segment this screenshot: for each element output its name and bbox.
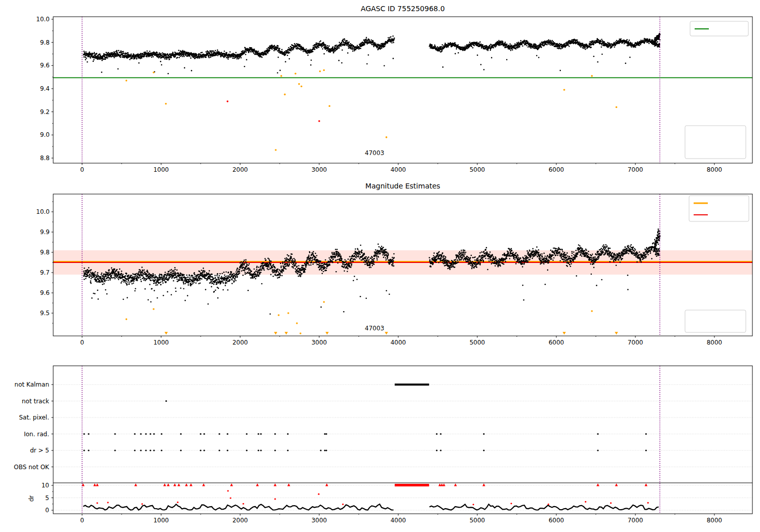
svg-text:9.7: 9.7	[40, 269, 50, 276]
dr-red-cluster	[395, 484, 429, 486]
top-plot: 4700301000200030004000500060007000800010…	[36, 5, 752, 173]
flag-row-label: Sat. pixel.	[19, 414, 49, 421]
clipped-low-marker	[325, 332, 328, 335]
svg-text:4000: 4000	[391, 339, 406, 346]
clipped-low-marker	[562, 332, 565, 335]
svg-text:5000: 5000	[470, 166, 485, 173]
svg-text:8000: 8000	[707, 517, 723, 524]
svg-text:7000: 7000	[628, 517, 643, 524]
svg-text:0: 0	[80, 517, 84, 524]
dr-trace	[430, 504, 659, 510]
top-plot-title: AGASC ID 755250968.0	[361, 5, 445, 13]
svg-text:9.6: 9.6	[40, 62, 50, 69]
svg-text:9.4: 9.4	[40, 85, 50, 92]
highlighted-points	[126, 301, 593, 334]
not-kalman-segment	[395, 384, 429, 386]
svg-text:10: 10	[42, 482, 49, 489]
svg-text:3000: 3000	[312, 339, 327, 346]
flag-row-label: dr > 5	[30, 447, 49, 454]
middle-plot-title: Magnitude Estimates	[365, 182, 440, 190]
ok-points	[83, 32, 661, 74]
svg-text:9.0: 9.0	[40, 131, 50, 138]
svg-text:6000: 6000	[549, 517, 564, 524]
flag-row-label: not track	[22, 398, 49, 405]
svg-text:1000: 1000	[154, 517, 169, 524]
figure: 4700301000200030004000500060007000800010…	[0, 0, 760, 532]
svg-text:8000: 8000	[707, 166, 723, 173]
svg-text:9.2: 9.2	[40, 108, 50, 116]
svg-text:8000: 8000	[707, 339, 723, 346]
svg-text:0: 0	[80, 166, 84, 173]
svg-text:2000: 2000	[233, 339, 248, 346]
middle-plot: 4700301000200030004000500060007000800010…	[36, 182, 752, 346]
not-ok-points	[226, 100, 320, 122]
svg-text:5: 5	[45, 495, 49, 502]
clipped-low-marker	[285, 332, 288, 335]
highlighted-points	[126, 69, 618, 151]
flag-row-label: Ion. rad.	[24, 431, 49, 438]
svg-text:10.0: 10.0	[36, 208, 50, 215]
svg-text:4000: 4000	[391, 166, 406, 173]
svg-text:9.5: 9.5	[40, 310, 50, 317]
svg-text:8.8: 8.8	[40, 155, 50, 162]
svg-text:2000: 2000	[233, 517, 248, 524]
legend-box	[685, 126, 746, 159]
svg-text:7000: 7000	[628, 339, 643, 346]
chart-canvas: 4700301000200030004000500060007000800010…	[0, 0, 760, 532]
flag-row-label: OBS not OK	[14, 464, 50, 471]
clipped-low-marker	[385, 332, 388, 335]
svg-text:3000: 3000	[312, 166, 327, 173]
svg-text:9.6: 9.6	[40, 289, 50, 296]
legend-box	[689, 196, 749, 221]
bottom-axes-box	[53, 366, 752, 514]
svg-text:1000: 1000	[154, 166, 169, 173]
svg-text:6000: 6000	[549, 166, 564, 173]
svg-text:5000: 5000	[470, 339, 485, 346]
svg-text:9.8: 9.8	[40, 249, 50, 256]
annotation-obsid: 47003	[365, 149, 384, 157]
svg-text:1000: 1000	[154, 339, 169, 346]
svg-text:3000: 3000	[312, 517, 327, 524]
svg-text:6000: 6000	[549, 339, 564, 346]
clipped-low-marker	[165, 332, 168, 335]
svg-text:5000: 5000	[470, 517, 485, 524]
svg-text:4000: 4000	[391, 517, 406, 524]
svg-text:9.8: 9.8	[40, 39, 50, 46]
annotation-obsid: 47003	[365, 325, 384, 332]
svg-text:0: 0	[80, 339, 84, 346]
svg-text:9.9: 9.9	[40, 229, 50, 236]
svg-text:7000: 7000	[628, 166, 643, 173]
dr-trace	[83, 504, 393, 510]
clipped-low-marker	[615, 332, 618, 335]
svg-text:10.0: 10.0	[36, 16, 50, 23]
svg-text:0: 0	[45, 507, 49, 514]
dr-axis-label: dr	[28, 496, 35, 502]
bottom-plot: 010002000300040005000600070008000not Kal…	[14, 366, 752, 524]
svg-text:2000: 2000	[233, 166, 248, 173]
legend-box	[685, 310, 746, 332]
flag-row-label: not Kalman	[15, 381, 49, 388]
clipped-low-marker	[274, 332, 277, 335]
